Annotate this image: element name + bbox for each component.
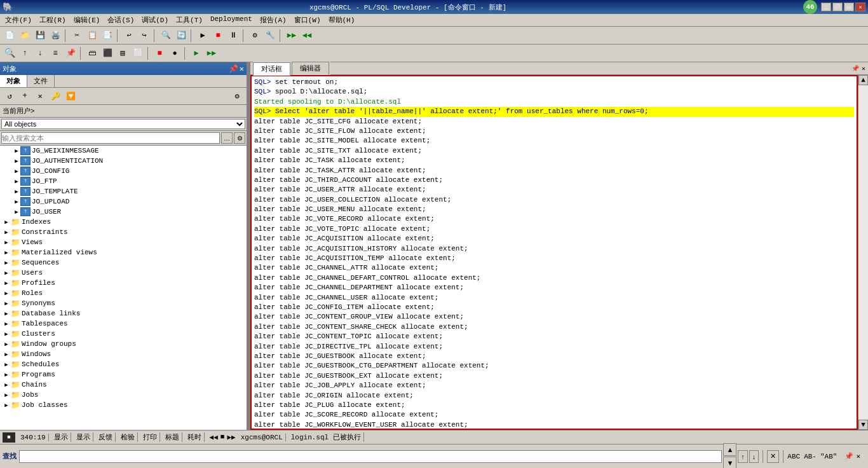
restore-button[interactable]: ▭: [844, 3, 854, 11]
object-filter-select[interactable]: All objects: [1, 119, 245, 129]
refresh-button[interactable]: ↺: [3, 89, 17, 103]
tree-expand-icon[interactable]: ▶: [13, 167, 20, 175]
tree-expand-icon[interactable]: ▶: [3, 269, 10, 277]
tab-editor[interactable]: 编辑器: [292, 62, 329, 75]
tb2-btn13[interactable]: ▶▶: [205, 46, 219, 60]
tree-item[interactable]: ▶TJO_CONFIG: [0, 166, 247, 176]
sql-output[interactable]: SQL> set termout on;SQL> spool D:\alloca…: [250, 75, 858, 430]
tree-expand-icon[interactable]: ▶: [13, 208, 20, 216]
menu-item-1[interactable]: 工程(R): [36, 14, 70, 26]
tree-expand-icon[interactable]: ▶: [3, 371, 10, 378]
tb2-btn11[interactable]: ●: [168, 46, 182, 60]
tree-item[interactable]: ▶TJO_TEMPLATE: [0, 186, 247, 196]
minimize-button[interactable]: _: [821, 3, 831, 11]
menu-item-5[interactable]: 工具(T): [172, 14, 207, 26]
tree-item[interactable]: ▶📁Sequences: [0, 258, 247, 268]
find-next-button[interactable]: ▼: [723, 457, 736, 468]
find-close-icon[interactable]: ✕: [856, 452, 860, 460]
tree-expand-icon[interactable]: ▶: [13, 147, 20, 155]
tree-item[interactable]: ▶TJG_WEIXINMESSAGE: [0, 146, 247, 156]
tree-expand-icon[interactable]: ▶: [3, 238, 10, 246]
tree-item[interactable]: ▶📁Database links: [0, 308, 247, 319]
tb2-btn5[interactable]: 📌: [64, 46, 78, 60]
tree-item[interactable]: ▶📁Constraints: [0, 227, 247, 237]
scroll-down-button[interactable]: ▼: [858, 420, 868, 430]
print-button[interactable]: 🖨️: [48, 29, 62, 43]
tree-expand-icon[interactable]: ▶: [3, 320, 10, 327]
tree-item[interactable]: ▶📁Window groups: [0, 339, 247, 349]
tree-item[interactable]: ▶📁Tablespaces: [0, 319, 247, 329]
find-button[interactable]: 🔍: [159, 29, 173, 43]
tree-item[interactable]: ▶📁Synonyms: [0, 298, 247, 308]
replace-button[interactable]: 🔄: [174, 29, 188, 43]
right-panel-pin-icon[interactable]: 📌: [851, 65, 859, 72]
tree-expand-icon[interactable]: ▶: [13, 157, 20, 165]
play-icon[interactable]: ◀◀: [210, 433, 218, 441]
tb2-btn4[interactable]: ≡: [48, 46, 62, 60]
tab-object[interactable]: 对象: [0, 75, 27, 87]
menu-item-4[interactable]: 调试(D): [138, 14, 172, 26]
tb2-btn3[interactable]: ↓: [33, 46, 47, 60]
right-panel-close-icon[interactable]: ✕: [862, 65, 865, 72]
tree-expand-icon[interactable]: ▶: [13, 177, 20, 185]
copy-button[interactable]: 📋: [85, 29, 99, 43]
tree-expand-icon[interactable]: ▶: [3, 350, 10, 358]
find-prev-button[interactable]: ▲: [723, 443, 736, 456]
tree-expand-icon[interactable]: ▶: [13, 198, 20, 205]
tree-item[interactable]: ▶📁Users: [0, 268, 247, 278]
redo-button[interactable]: ↪: [137, 29, 151, 43]
tree-expand-icon[interactable]: ▶: [3, 340, 10, 348]
new-button[interactable]: 📄: [3, 29, 17, 43]
tree-expand-icon[interactable]: ▶: [3, 401, 10, 409]
tree-expand-icon[interactable]: ▶: [3, 249, 10, 256]
tb2-btn9[interactable]: ⬜: [131, 46, 145, 60]
tree-expand-icon[interactable]: ▶: [3, 289, 10, 297]
paste-button[interactable]: 📑: [100, 29, 114, 43]
find-opt-abc[interactable]: ABC: [787, 453, 800, 460]
find-opt-ab-quote[interactable]: "AB": [820, 453, 837, 460]
tree-item[interactable]: ▶📁Indexes: [0, 217, 247, 227]
tree-item[interactable]: ▶📁Windows: [0, 349, 247, 359]
tree-expand-icon[interactable]: ▶: [3, 391, 10, 399]
tree-item[interactable]: ▶TJO_FTP: [0, 176, 247, 186]
tree-item[interactable]: ▶📁Views: [0, 237, 247, 247]
back-button[interactable]: ◀◀: [300, 29, 314, 43]
tb2-btn2[interactable]: ↑: [18, 46, 32, 60]
tree-expand-icon[interactable]: ▶: [3, 330, 10, 338]
tb2-btn6[interactable]: 🗃: [85, 46, 99, 60]
tree-expand-icon[interactable]: ▶: [3, 279, 10, 287]
search-go-button[interactable]: ⚙: [234, 132, 245, 144]
save-button[interactable]: 💾: [33, 29, 47, 43]
menu-item-0[interactable]: 文件(F): [1, 14, 36, 26]
tab-file[interactable]: 文件: [27, 75, 55, 87]
tree-expand-icon[interactable]: ▶: [3, 228, 10, 236]
find-down-button[interactable]: ↓: [749, 450, 759, 463]
maximize-button[interactable]: □: [832, 3, 843, 11]
tree-expand-icon[interactable]: ▶: [13, 188, 20, 195]
tree-item[interactable]: ▶📁Job classes: [0, 400, 247, 410]
clear-button[interactable]: ✕: [767, 450, 779, 463]
open-button[interactable]: 📁: [18, 29, 32, 43]
menu-item-9[interactable]: 帮助(H): [325, 14, 359, 26]
menu-item-2[interactable]: 编辑(E): [70, 14, 104, 26]
find-up-button[interactable]: ↑: [738, 450, 748, 463]
compile-button[interactable]: ⚙: [248, 29, 262, 43]
find-input[interactable]: [19, 450, 722, 463]
tree-item[interactable]: ▶📁Jobs: [0, 390, 247, 400]
tb2-btn1[interactable]: 🔍: [3, 46, 17, 60]
find-pin-icon[interactable]: 📌: [844, 452, 853, 460]
add-button[interactable]: +: [18, 89, 32, 103]
tab-dialog[interactable]: 对话框: [253, 62, 290, 76]
tree-item[interactable]: ▶📁Chains: [0, 380, 247, 390]
search-input[interactable]: [1, 132, 220, 144]
tree-item[interactable]: ▶📁Programs: [0, 369, 247, 380]
find-opt-ab-dash[interactable]: AB-: [804, 453, 817, 460]
stop-button[interactable]: ■: [211, 29, 225, 43]
properties-button[interactable]: 🔑: [48, 89, 62, 103]
tb2-btn7[interactable]: ⬛: [100, 46, 114, 60]
debug-button[interactable]: 🔧: [263, 29, 277, 43]
search-button[interactable]: …: [221, 132, 233, 144]
tree-expand-icon[interactable]: ▶: [3, 381, 10, 389]
stop-icon[interactable]: ■: [220, 433, 225, 441]
tb2-btn8[interactable]: ▤: [116, 46, 130, 60]
